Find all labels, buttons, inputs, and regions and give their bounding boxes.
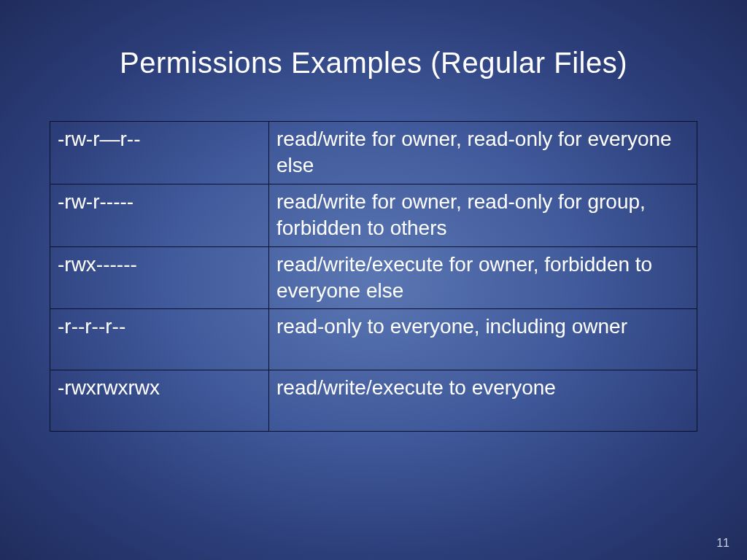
description-cell: read/write for owner, read-only for ever… [269,122,697,184]
description-cell: read/write/execute to everyone [269,370,697,432]
permission-cell: -rwxrwxrwx [50,370,269,432]
description-cell: read-only to everyone, including owner [269,309,697,370]
permission-cell: -rwx------ [50,246,269,309]
table-row: -rw-r—r-- read/write for owner, read-onl… [50,122,697,184]
permission-cell: -rw-r—r-- [50,122,269,184]
table-row: -rwxrwxrwx read/write/execute to everyon… [50,370,697,432]
permission-cell: -r--r--r-- [50,309,269,370]
description-cell: read/write for owner, read-only for grou… [269,184,697,246]
table-row: -rw-r----- read/write for owner, read-on… [50,184,697,246]
slide-title: Permissions Examples (Regular Files) [0,47,747,79]
permission-cell: -rw-r----- [50,184,269,246]
permissions-table: -rw-r—r-- read/write for owner, read-onl… [50,121,697,432]
table-row: -rwx------ read/write/execute for owner,… [50,246,697,309]
description-cell: read/write/execute for owner, forbidden … [269,246,697,309]
table-row: -r--r--r-- read-only to everyone, includ… [50,309,697,370]
slide: Permissions Examples (Regular Files) -rw… [0,0,747,560]
page-number: 11 [716,537,729,550]
